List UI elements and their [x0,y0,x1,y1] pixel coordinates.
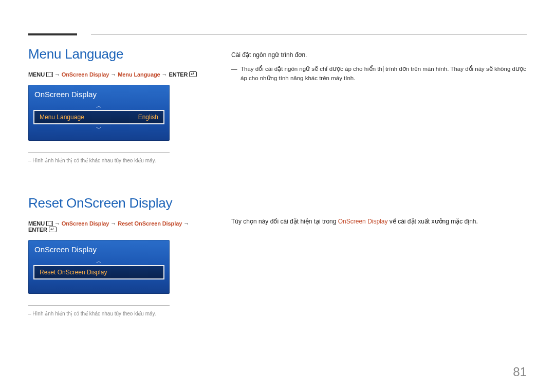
breadcrumb-path2: Menu Language [118,71,160,78]
osd-row-label: Reset OnScreen Display [40,269,107,276]
header-rule [91,34,527,35]
breadcrumb-path1: OnScreen Display [62,71,109,78]
divider [28,305,170,306]
enter-icon [49,227,57,232]
section2-breadcrumb: MENU → OnScreen Display → Reset OnScreen… [28,220,206,233]
breadcrumb-enter-label: ENTER [28,227,49,233]
osd-panel-1: OnScreen Display ︿ Menu Language English… [28,85,170,141]
menu-icon [46,72,53,77]
section2-body-pre: Tùy chọn này đổi cài đặt hiện tại trong [231,218,338,225]
section2-body-post: về cài đặt xuất xưởng mặc định. [387,218,477,225]
chevron-up-icon[interactable]: ︿ [33,102,164,110]
chevron-up-icon[interactable]: ︿ [33,257,164,265]
arrow-icon: → [162,71,168,78]
section1-title: Menu Language [28,46,206,62]
section1-breadcrumb: MENU → OnScreen Display → Menu Language … [28,71,206,78]
breadcrumb-menu-label: MENU [28,220,46,227]
section2-title: Reset OnScreen Display [28,195,206,211]
osd-row-value: English [138,114,158,121]
osd-panel-2: OnScreen Display ︿ Reset OnScreen Displa… [28,240,170,294]
chevron-down-icon[interactable]: ﹀ [33,124,164,133]
breadcrumb-menu-label: MENU [28,71,46,78]
osd-selected-row[interactable]: Reset OnScreen Display [33,265,164,279]
section2-footnote: – Hình ảnh hiển thị có thể khác nhau tùy… [28,311,206,316]
page-number: 81 [513,365,527,379]
divider [28,152,170,153]
arrow-icon: → [110,71,116,78]
arrow-icon: → [110,220,116,227]
breadcrumb-enter-label: ENTER [169,71,189,78]
osd-header: OnScreen Display [33,89,164,102]
section1-body: Cài đặt ngôn ngữ trình đơn. [231,50,527,60]
section2-body: Tùy chọn này đổi cài đặt hiện tại trong … [231,217,527,226]
enter-icon [189,71,197,77]
section1-note: Thay đổi cài đặt ngôn ngữ sẽ chỉ được áp… [231,65,527,83]
arrow-icon: → [183,220,189,227]
header-accent-rule [28,33,77,35]
breadcrumb-path1: OnScreen Display [62,220,109,227]
arrow-icon: → [54,71,60,78]
breadcrumb-path2: Reset OnScreen Display [118,220,182,227]
osd-header: OnScreen Display [33,244,164,257]
menu-icon [46,221,53,226]
arrow-icon: → [54,220,60,227]
section1-footnote: – Hình ảnh hiển thị có thể khác nhau tùy… [28,158,206,163]
osd-selected-row[interactable]: Menu Language English [33,110,164,124]
section2-body-highlight: OnScreen Display [338,218,388,225]
osd-row-label: Menu Language [40,114,84,121]
